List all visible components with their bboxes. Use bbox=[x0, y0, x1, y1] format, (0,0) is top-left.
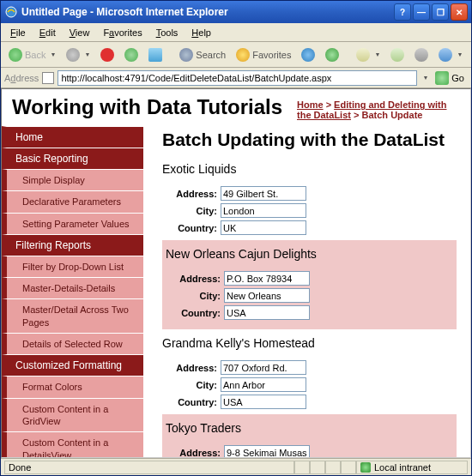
city-label: City: bbox=[162, 380, 221, 390]
status-zone: Local intranet bbox=[356, 461, 468, 474]
nav-item[interactable]: Simple Display bbox=[2, 169, 143, 190]
mail-button[interactable]: ▼ bbox=[352, 46, 384, 63]
address-input[interactable] bbox=[221, 360, 306, 375]
media-button[interactable] bbox=[297, 46, 319, 63]
country-input[interactable] bbox=[221, 395, 306, 409]
nav-item[interactable]: Setting Parameter Values bbox=[2, 213, 143, 234]
page-heading: Batch Updating with the DataList bbox=[162, 130, 457, 150]
status-panel bbox=[294, 461, 310, 474]
address-input[interactable] bbox=[57, 70, 417, 86]
field-row: Country: bbox=[166, 305, 453, 320]
menu-tools[interactable]: Tools bbox=[150, 26, 185, 39]
search-button[interactable]: Search bbox=[175, 46, 230, 63]
nav-item[interactable]: Master-Details-Details bbox=[2, 277, 143, 298]
supplier-name: New Orleans Cajun Delights bbox=[166, 245, 453, 262]
city-input[interactable] bbox=[221, 203, 306, 218]
address-label: Address bbox=[4, 73, 39, 83]
field-row: Address: bbox=[166, 271, 453, 286]
help-button[interactable]: ? bbox=[394, 3, 411, 21]
supplier-name: Grandma Kelly's Homestead bbox=[162, 334, 457, 352]
status-panel bbox=[341, 461, 356, 474]
nav-item[interactable]: Custom Content in a DetailsView bbox=[2, 431, 143, 458]
address-input[interactable] bbox=[221, 186, 306, 201]
country-label: Country: bbox=[162, 223, 221, 233]
supplier-block: Exotic LiquidsAddress:City:Country: bbox=[162, 160, 457, 235]
address-label: Address: bbox=[162, 189, 221, 199]
menu-help[interactable]: Help bbox=[185, 26, 217, 39]
ie-icon bbox=[4, 5, 18, 19]
status-panel bbox=[325, 461, 341, 474]
field-row: City: bbox=[162, 203, 457, 218]
country-input[interactable] bbox=[221, 220, 306, 235]
breadcrumb: Home > Editing and Deleting with the Dat… bbox=[297, 96, 460, 120]
city-label: City: bbox=[162, 206, 221, 216]
refresh-icon bbox=[124, 48, 138, 62]
nav-home[interactable]: Home bbox=[2, 126, 143, 148]
menu-favorites[interactable]: Favorites bbox=[97, 26, 148, 39]
stop-icon bbox=[100, 48, 114, 62]
print-icon bbox=[415, 48, 428, 62]
address-label: Address: bbox=[166, 448, 224, 458]
go-button[interactable]: Go bbox=[432, 71, 468, 85]
country-input[interactable] bbox=[224, 305, 310, 320]
history-button[interactable] bbox=[321, 46, 343, 63]
country-label: Country: bbox=[162, 397, 221, 407]
toolbar: Back▼ ▼ Search Favorites ▼ ▼ bbox=[1, 42, 471, 68]
menu-file[interactable]: File bbox=[4, 26, 32, 39]
misc-button[interactable] bbox=[469, 46, 472, 63]
home-button[interactable] bbox=[144, 46, 166, 63]
nav-item[interactable]: Filter by Drop-Down List bbox=[2, 256, 143, 277]
favorites-button[interactable]: Favorites bbox=[232, 46, 295, 63]
country-label: Country: bbox=[166, 308, 224, 318]
address-label: Address: bbox=[162, 363, 221, 373]
forward-button[interactable]: ▼ bbox=[62, 46, 94, 63]
nav-item[interactable]: Details of Selected Row bbox=[2, 333, 143, 354]
field-row: Address: bbox=[162, 360, 457, 375]
statusbar: Done Local intranet bbox=[1, 458, 471, 475]
maximize-button[interactable]: ❐ bbox=[432, 3, 449, 21]
history-icon bbox=[325, 48, 339, 62]
back-button[interactable]: Back▼ bbox=[4, 46, 60, 63]
home-icon bbox=[148, 48, 162, 62]
nav-item[interactable]: Format Colors bbox=[2, 376, 143, 397]
sidebar: Home Basic ReportingSimple DisplayDeclar… bbox=[2, 126, 143, 458]
chevron-down-icon: ▼ bbox=[50, 51, 56, 57]
intranet-icon bbox=[360, 462, 371, 473]
site-title: Working with Data Tutorials bbox=[12, 96, 297, 118]
nav-section[interactable]: Basic Reporting bbox=[2, 148, 143, 169]
edit-button[interactable]: ▼ bbox=[434, 46, 467, 63]
menubar: File Edit View Favorites Tools Help bbox=[1, 23, 471, 42]
nav-item[interactable]: Custom Content in a GridView bbox=[2, 398, 143, 432]
minimize-button[interactable]: — bbox=[413, 3, 430, 21]
field-row: Address: bbox=[162, 186, 457, 201]
supplier-name: Tokyo Traders bbox=[166, 419, 453, 437]
address-label: Address: bbox=[166, 274, 224, 284]
city-input[interactable] bbox=[224, 288, 310, 303]
stop-button[interactable] bbox=[96, 46, 118, 63]
refresh-button[interactable] bbox=[120, 46, 142, 63]
status-text: Done bbox=[4, 461, 294, 474]
nav-item[interactable]: Declarative Parameters bbox=[2, 190, 143, 212]
content-area: Working with Data Tutorials Home > Editi… bbox=[1, 88, 471, 458]
svg-point-0 bbox=[6, 7, 16, 17]
chevron-down-icon: ▼ bbox=[84, 51, 90, 57]
address-input[interactable] bbox=[224, 271, 310, 286]
window-title: Untitled Page - Microsoft Internet Explo… bbox=[21, 6, 394, 18]
nav-section[interactable]: Customized Formatting bbox=[2, 354, 143, 376]
nav-section[interactable]: Filtering Reports bbox=[2, 234, 143, 256]
address-input[interactable] bbox=[224, 445, 310, 458]
media-icon bbox=[301, 48, 315, 62]
mail2-button[interactable] bbox=[386, 46, 408, 63]
close-button[interactable]: ✕ bbox=[451, 3, 468, 21]
status-panel bbox=[310, 461, 325, 474]
menu-edit[interactable]: Edit bbox=[33, 26, 62, 39]
print-button[interactable] bbox=[410, 46, 433, 63]
breadcrumb-home[interactable]: Home bbox=[297, 99, 324, 110]
city-input[interactable] bbox=[221, 377, 306, 392]
chevron-down-icon[interactable]: ▼ bbox=[422, 75, 428, 81]
field-row: Country: bbox=[162, 220, 457, 235]
menu-view[interactable]: View bbox=[64, 26, 96, 39]
mail-icon bbox=[390, 48, 404, 62]
search-icon bbox=[179, 48, 193, 62]
nav-item[interactable]: Master/Detail Across Two Pages bbox=[2, 298, 143, 333]
